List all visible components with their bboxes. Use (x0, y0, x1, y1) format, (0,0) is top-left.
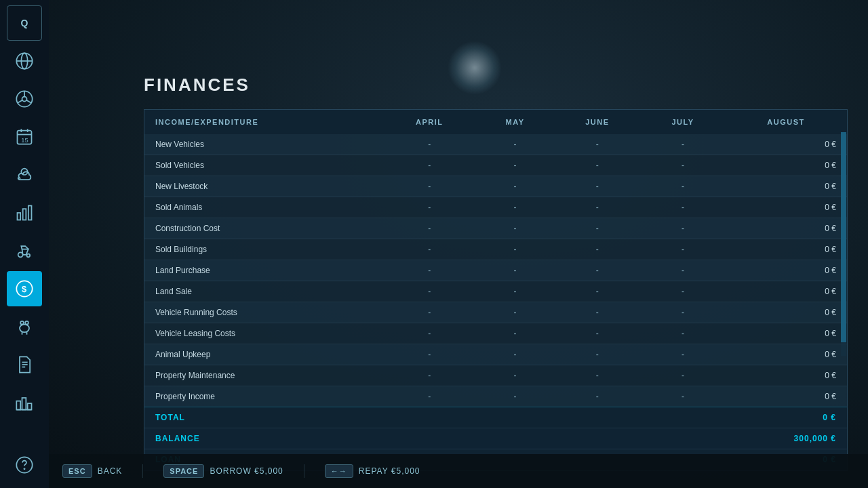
row-april: - (382, 281, 476, 302)
row-july: - (641, 197, 725, 218)
space-key: SPACE (163, 464, 204, 478)
row-april: - (382, 365, 476, 386)
sidebar-item-tractor[interactable] (7, 233, 42, 268)
row-june: - (554, 197, 641, 218)
col-header-july: JULY (641, 110, 725, 134)
borrow-button[interactable]: SPACE BORROW €5,000 (163, 464, 283, 478)
row-may: - (476, 239, 553, 260)
row-august: 0 € (725, 302, 847, 323)
scroll-thumb (841, 132, 846, 342)
sidebar-item-weather[interactable] (7, 157, 42, 192)
svg-rect-30 (22, 398, 26, 410)
finance-table-wrapper: INCOME/EXPENDITURE APRIL MAY JUNE JULY A… (144, 109, 848, 471)
row-name: Sold Animals (144, 197, 382, 218)
table-row: Land Purchase - - - - 0 € (144, 260, 847, 281)
row-may: - (476, 260, 553, 281)
row-august: 0 € (725, 197, 847, 218)
row-august: 0 € (725, 176, 847, 197)
row-may: - (476, 197, 553, 218)
tractor-icon (15, 241, 34, 260)
row-name: New Vehicles (144, 134, 382, 155)
globe-icon (15, 52, 34, 70)
row-august: 0 € (725, 386, 847, 407)
calendar-icon: 15 (15, 127, 34, 146)
row-july: - (641, 176, 725, 197)
svg-rect-29 (16, 401, 20, 410)
row-july: - (641, 344, 725, 365)
sidebar-item-q[interactable]: Q (7, 5, 42, 41)
table-row: Land Sale - - - - 0 € (144, 281, 847, 302)
sidebar-item-calendar[interactable]: 15 (7, 119, 42, 155)
row-august: 0 € (725, 260, 847, 281)
table-row: Property Income - - - - 0 € (144, 386, 847, 407)
row-april: - (382, 155, 476, 176)
row-may: - (476, 344, 553, 365)
row-name: Land Purchase (144, 260, 382, 281)
row-may: - (476, 155, 553, 176)
scrollbar[interactable] (841, 132, 846, 356)
sidebar-item-help[interactable] (7, 447, 42, 483)
back-label: BACK (98, 466, 123, 476)
row-may: - (476, 134, 553, 155)
contracts-icon (15, 355, 34, 374)
svg-point-22 (20, 321, 24, 325)
row-april: - (382, 386, 476, 407)
sidebar-item-money[interactable]: $ (7, 271, 42, 306)
svg-rect-15 (23, 209, 26, 220)
col-header-may: MAY (476, 110, 553, 134)
bottom-bar: ESC BACK SPACE BORROW €5,000 ←→ REPAY €5… (49, 454, 868, 488)
row-name: Sold Vehicles (144, 155, 382, 176)
table-row: Construction Cost - - - - 0 € (144, 218, 847, 239)
svg-rect-16 (28, 206, 32, 220)
row-june: - (554, 281, 641, 302)
table-row: Vehicle Leasing Costs - - - - 0 € (144, 323, 847, 344)
row-april: - (382, 239, 476, 260)
col-header-june: JUNE (554, 110, 641, 134)
row-august: 0 € (725, 281, 847, 302)
row-name: Vehicle Leasing Costs (144, 323, 382, 344)
col-header-april: APRIL (382, 110, 476, 134)
row-august: 0 € (725, 323, 847, 344)
steering-icon (15, 89, 34, 108)
table-row: New Vehicles - - - - 0 € (144, 134, 847, 155)
row-july: - (641, 239, 725, 260)
row-june: - (554, 176, 641, 197)
table-row: New Livestock - - - - 0 € (144, 176, 847, 197)
svg-rect-14 (18, 213, 21, 220)
back-button[interactable]: ESC BACK (62, 464, 122, 478)
row-june: - (554, 239, 641, 260)
repay-button[interactable]: ←→ REPAY €5,000 (325, 464, 420, 478)
table-row: Property Maintenance - - - - 0 € (144, 365, 847, 386)
sidebar-item-production[interactable] (7, 385, 42, 420)
row-april: - (382, 323, 476, 344)
row-april: - (382, 197, 476, 218)
balance-value: 300,000 € (725, 428, 847, 449)
row-august: 0 € (725, 155, 847, 176)
svg-point-21 (20, 325, 29, 333)
row-august: 0 € (725, 239, 847, 260)
col-header-august: AUGUST (725, 110, 847, 134)
svg-point-18 (27, 254, 31, 258)
row-august: 0 € (725, 218, 847, 239)
arrow-key: ←→ (325, 464, 353, 478)
sidebar-item-stats[interactable] (7, 195, 42, 230)
finance-table: INCOME/EXPENDITURE APRIL MAY JUNE JULY A… (144, 110, 847, 470)
money-icon: $ (15, 279, 34, 298)
borrow-label: BORROW €5,000 (210, 466, 283, 476)
row-may: - (476, 365, 553, 386)
sidebar-item-animals[interactable] (7, 309, 42, 344)
svg-text:15: 15 (21, 137, 28, 144)
row-august: 0 € (725, 344, 847, 365)
sidebar-item-steering[interactable] (7, 81, 42, 117)
table-row: Vehicle Running Costs - - - - 0 € (144, 302, 847, 323)
row-may: - (476, 281, 553, 302)
weather-icon (15, 165, 34, 184)
svg-line-6 (18, 100, 22, 103)
sidebar-item-globe[interactable] (7, 43, 42, 79)
table-row: Sold Vehicles - - - - 0 € (144, 155, 847, 176)
sidebar-item-contracts[interactable] (7, 347, 42, 382)
table-row-total: TOTAL 0 € (144, 407, 847, 428)
table-row-balance: BALANCE 300,000 € (144, 428, 847, 449)
balance-label: BALANCE (144, 428, 382, 449)
row-name: Vehicle Running Costs (144, 302, 382, 323)
